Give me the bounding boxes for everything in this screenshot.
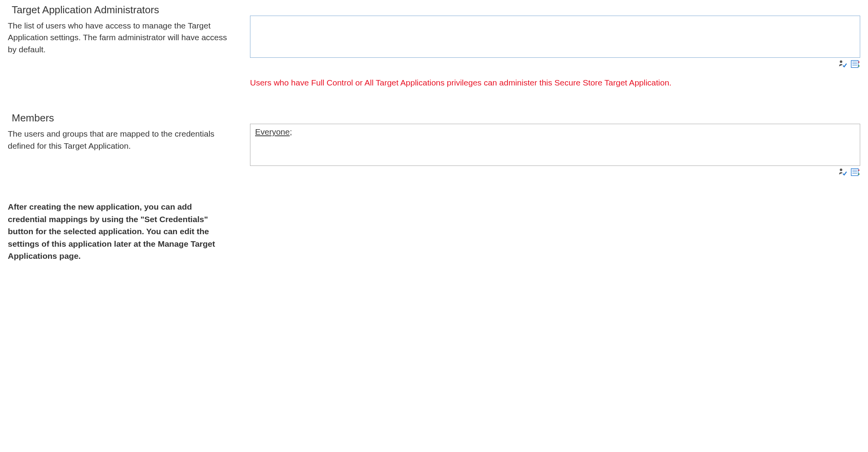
administrators-right-col: Users who have Full Control or All Targe…: [250, 4, 860, 89]
svg-point-5: [840, 169, 842, 171]
footer-note: After creating the new application, you …: [8, 201, 227, 262]
administrators-picker-icons: [250, 59, 860, 69]
administrators-validation-message: Users who have Full Control or All Targe…: [250, 77, 860, 89]
members-people-picker[interactable]: Everyone;: [250, 124, 860, 166]
administrators-people-picker[interactable]: [250, 16, 860, 58]
members-picker-icons: [250, 167, 860, 177]
entity-separator: ;: [290, 127, 292, 136]
members-section: Members The users and groups that are ma…: [8, 112, 860, 177]
administrators-description: The list of users who have access to man…: [8, 20, 234, 55]
svg-point-0: [840, 61, 842, 63]
check-names-icon[interactable]: [838, 167, 848, 177]
browse-icon[interactable]: [850, 167, 860, 177]
members-description: The users and groups that are mapped to …: [8, 128, 234, 152]
members-left-col: Members The users and groups that are ma…: [8, 112, 234, 152]
resolved-entity: Everyone: [255, 127, 290, 136]
administrators-left-col: Target Application Administrators The li…: [8, 4, 234, 55]
members-right-col: Everyone;: [250, 112, 860, 177]
administrators-section: Target Application Administrators The li…: [8, 4, 860, 89]
administrators-title: Target Application Administrators: [12, 4, 234, 16]
browse-icon[interactable]: [850, 59, 860, 69]
members-title: Members: [12, 112, 234, 124]
svg-rect-1: [851, 61, 858, 68]
svg-rect-6: [851, 169, 858, 176]
check-names-icon[interactable]: [838, 59, 848, 69]
